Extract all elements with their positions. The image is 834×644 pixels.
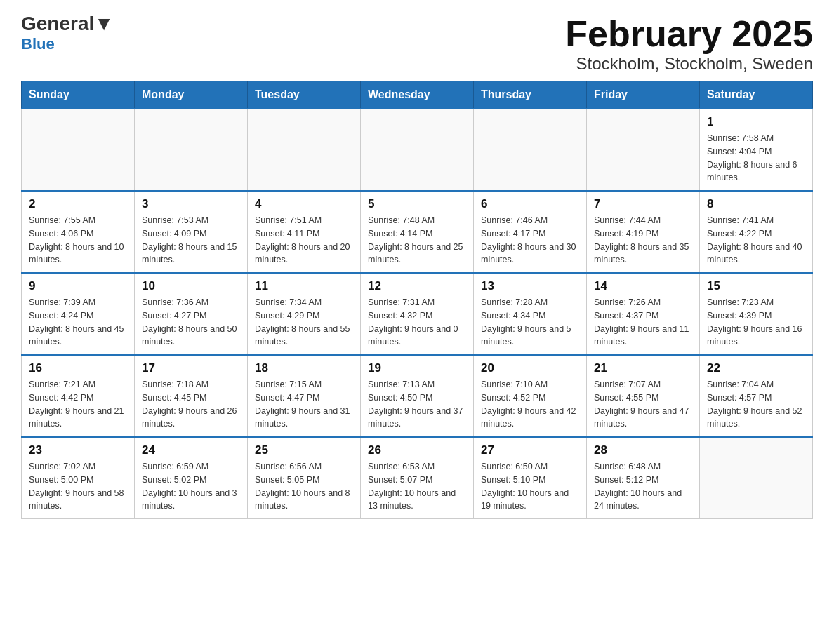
day-number: 6 <box>481 197 579 211</box>
calendar-table: Sunday Monday Tuesday Wednesday Thursday… <box>21 81 813 519</box>
calendar-cell: 11Sunrise: 7:34 AMSunset: 4:29 PMDayligh… <box>248 273 361 355</box>
calendar-cell: 1Sunrise: 7:58 AMSunset: 4:04 PMDaylight… <box>700 109 813 191</box>
day-info: Sunrise: 7:15 AMSunset: 4:47 PMDaylight:… <box>255 378 353 431</box>
day-number: 9 <box>29 279 127 293</box>
day-info: Sunrise: 7:31 AMSunset: 4:32 PMDaylight:… <box>368 296 466 349</box>
col-monday: Monday <box>135 81 248 109</box>
day-info: Sunrise: 7:26 AMSunset: 4:37 PMDaylight:… <box>594 296 692 349</box>
day-number: 21 <box>594 361 692 375</box>
calendar-cell: 20Sunrise: 7:10 AMSunset: 4:52 PMDayligh… <box>474 355 587 437</box>
day-number: 11 <box>255 279 353 293</box>
day-info: Sunrise: 7:28 AMSunset: 4:34 PMDaylight:… <box>481 296 579 349</box>
logo-blue: Blue <box>21 35 55 53</box>
calendar-cell: 7Sunrise: 7:44 AMSunset: 4:19 PMDaylight… <box>587 191 700 273</box>
day-number: 17 <box>142 361 240 375</box>
calendar-header: Sunday Monday Tuesday Wednesday Thursday… <box>22 81 813 109</box>
calendar-cell: 22Sunrise: 7:04 AMSunset: 4:57 PMDayligh… <box>700 355 813 437</box>
calendar-cell <box>474 109 587 191</box>
calendar-body: 1Sunrise: 7:58 AMSunset: 4:04 PMDaylight… <box>22 109 813 519</box>
day-info: Sunrise: 6:56 AMSunset: 5:05 PMDaylight:… <box>255 460 353 513</box>
day-info: Sunrise: 6:59 AMSunset: 5:02 PMDaylight:… <box>142 460 240 513</box>
day-number: 16 <box>29 361 127 375</box>
calendar-cell: 5Sunrise: 7:48 AMSunset: 4:14 PMDaylight… <box>361 191 474 273</box>
calendar-cell: 3Sunrise: 7:53 AMSunset: 4:09 PMDaylight… <box>135 191 248 273</box>
day-number: 7 <box>594 197 692 211</box>
day-info: Sunrise: 7:39 AMSunset: 4:24 PMDaylight:… <box>29 296 127 349</box>
calendar-week-4: 16Sunrise: 7:21 AMSunset: 4:42 PMDayligh… <box>22 355 813 437</box>
calendar-title: February 2025 <box>565 14 813 54</box>
calendar-week-1: 1Sunrise: 7:58 AMSunset: 4:04 PMDaylight… <box>22 109 813 191</box>
day-number: 2 <box>29 197 127 211</box>
calendar-cell: 27Sunrise: 6:50 AMSunset: 5:10 PMDayligh… <box>474 437 587 519</box>
col-sunday: Sunday <box>22 81 135 109</box>
col-tuesday: Tuesday <box>248 81 361 109</box>
logo-text: General▼ <box>21 14 114 34</box>
calendar-cell: 14Sunrise: 7:26 AMSunset: 4:37 PMDayligh… <box>587 273 700 355</box>
calendar-cell: 13Sunrise: 7:28 AMSunset: 4:34 PMDayligh… <box>474 273 587 355</box>
day-info: Sunrise: 7:02 AMSunset: 5:00 PMDaylight:… <box>29 460 127 513</box>
day-info: Sunrise: 7:07 AMSunset: 4:55 PMDaylight:… <box>594 378 692 431</box>
day-info: Sunrise: 7:04 AMSunset: 4:57 PMDaylight:… <box>707 378 805 431</box>
calendar-cell: 2Sunrise: 7:55 AMSunset: 4:06 PMDaylight… <box>22 191 135 273</box>
calendar-cell: 24Sunrise: 6:59 AMSunset: 5:02 PMDayligh… <box>135 437 248 519</box>
day-info: Sunrise: 7:18 AMSunset: 4:45 PMDaylight:… <box>142 378 240 431</box>
day-number: 4 <box>255 197 353 211</box>
day-number: 12 <box>368 279 466 293</box>
calendar-cell: 10Sunrise: 7:36 AMSunset: 4:27 PMDayligh… <box>135 273 248 355</box>
day-info: Sunrise: 7:51 AMSunset: 4:11 PMDaylight:… <box>255 214 353 267</box>
page-header: General▼ Blue February 2025 Stockholm, S… <box>21 14 813 74</box>
calendar-cell: 28Sunrise: 6:48 AMSunset: 5:12 PMDayligh… <box>587 437 700 519</box>
calendar-cell <box>587 109 700 191</box>
calendar-cell <box>700 437 813 519</box>
calendar-cell: 12Sunrise: 7:31 AMSunset: 4:32 PMDayligh… <box>361 273 474 355</box>
day-info: Sunrise: 7:10 AMSunset: 4:52 PMDaylight:… <box>481 378 579 431</box>
day-number: 20 <box>481 361 579 375</box>
col-wednesday: Wednesday <box>361 81 474 109</box>
calendar-cell: 4Sunrise: 7:51 AMSunset: 4:11 PMDaylight… <box>248 191 361 273</box>
day-info: Sunrise: 6:48 AMSunset: 5:12 PMDaylight:… <box>594 460 692 513</box>
day-number: 26 <box>368 443 466 457</box>
calendar-week-2: 2Sunrise: 7:55 AMSunset: 4:06 PMDaylight… <box>22 191 813 273</box>
day-info: Sunrise: 7:41 AMSunset: 4:22 PMDaylight:… <box>707 214 805 267</box>
calendar-cell: 17Sunrise: 7:18 AMSunset: 4:45 PMDayligh… <box>135 355 248 437</box>
calendar-cell <box>22 109 135 191</box>
day-number: 22 <box>707 361 805 375</box>
day-number: 25 <box>255 443 353 457</box>
calendar-cell <box>248 109 361 191</box>
day-info: Sunrise: 7:53 AMSunset: 4:09 PMDaylight:… <box>142 214 240 267</box>
day-number: 19 <box>368 361 466 375</box>
calendar-cell: 25Sunrise: 6:56 AMSunset: 5:05 PMDayligh… <box>248 437 361 519</box>
calendar-week-5: 23Sunrise: 7:02 AMSunset: 5:00 PMDayligh… <box>22 437 813 519</box>
calendar-subtitle: Stockholm, Stockholm, Sweden <box>565 54 813 74</box>
calendar-cell: 19Sunrise: 7:13 AMSunset: 4:50 PMDayligh… <box>361 355 474 437</box>
day-info: Sunrise: 7:13 AMSunset: 4:50 PMDaylight:… <box>368 378 466 431</box>
day-info: Sunrise: 7:48 AMSunset: 4:14 PMDaylight:… <box>368 214 466 267</box>
calendar-cell: 15Sunrise: 7:23 AMSunset: 4:39 PMDayligh… <box>700 273 813 355</box>
day-info: Sunrise: 7:58 AMSunset: 4:04 PMDaylight:… <box>707 132 805 185</box>
calendar-cell: 16Sunrise: 7:21 AMSunset: 4:42 PMDayligh… <box>22 355 135 437</box>
day-info: Sunrise: 7:21 AMSunset: 4:42 PMDaylight:… <box>29 378 127 431</box>
calendar-cell: 6Sunrise: 7:46 AMSunset: 4:17 PMDaylight… <box>474 191 587 273</box>
calendar-cell <box>135 109 248 191</box>
day-info: Sunrise: 7:36 AMSunset: 4:27 PMDaylight:… <box>142 296 240 349</box>
day-number: 15 <box>707 279 805 293</box>
day-number: 24 <box>142 443 240 457</box>
col-saturday: Saturday <box>700 81 813 109</box>
day-number: 18 <box>255 361 353 375</box>
col-thursday: Thursday <box>474 81 587 109</box>
calendar-cell: 21Sunrise: 7:07 AMSunset: 4:55 PMDayligh… <box>587 355 700 437</box>
day-info: Sunrise: 7:55 AMSunset: 4:06 PMDaylight:… <box>29 214 127 267</box>
calendar-cell: 8Sunrise: 7:41 AMSunset: 4:22 PMDaylight… <box>700 191 813 273</box>
day-info: Sunrise: 6:50 AMSunset: 5:10 PMDaylight:… <box>481 460 579 513</box>
day-number: 8 <box>707 197 805 211</box>
day-number: 13 <box>481 279 579 293</box>
day-number: 3 <box>142 197 240 211</box>
calendar-cell: 26Sunrise: 6:53 AMSunset: 5:07 PMDayligh… <box>361 437 474 519</box>
day-number: 27 <box>481 443 579 457</box>
col-friday: Friday <box>587 81 700 109</box>
logo: General▼ Blue <box>21 14 114 53</box>
calendar-cell: 9Sunrise: 7:39 AMSunset: 4:24 PMDaylight… <box>22 273 135 355</box>
calendar-cell: 23Sunrise: 7:02 AMSunset: 5:00 PMDayligh… <box>22 437 135 519</box>
day-number: 5 <box>368 197 466 211</box>
day-info: Sunrise: 6:53 AMSunset: 5:07 PMDaylight:… <box>368 460 466 513</box>
